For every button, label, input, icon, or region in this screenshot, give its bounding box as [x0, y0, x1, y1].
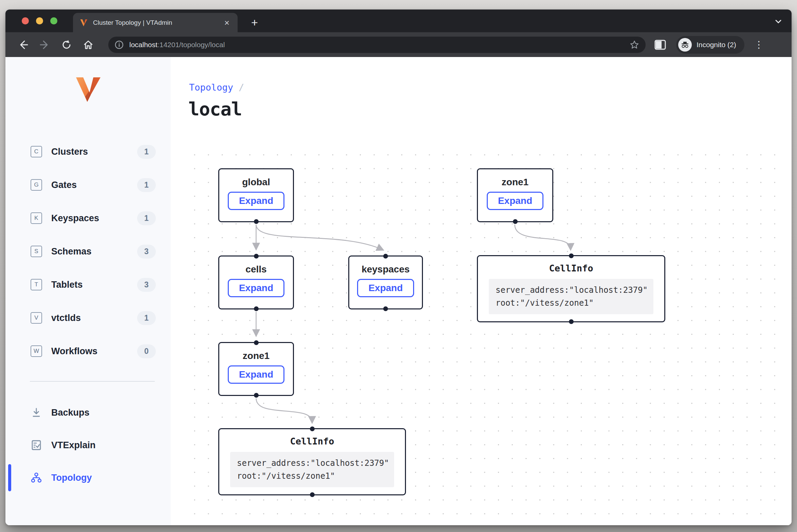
new-tab-button[interactable]: + [247, 15, 262, 30]
chevron-down-icon[interactable] [774, 17, 783, 26]
breadcrumb: Topology/ [189, 82, 244, 93]
count-badge: 1 [137, 311, 156, 325]
sidebar-item-workflows[interactable]: W Workflows 0 [5, 335, 171, 368]
node-cellinfo-zone1-child: CellInfo server_address:"localhost:2379"… [218, 428, 406, 495]
incognito-badge[interactable]: Incognito (2) [676, 36, 744, 54]
sidebar-item-keyspaces[interactable]: K Keyspaces 1 [5, 202, 171, 235]
node-title: zone1 [243, 350, 270, 361]
node-cells: cells Expand [218, 255, 294, 309]
vitess-logo [5, 76, 171, 102]
schemas-letter-icon: S [31, 246, 42, 257]
sidebar-nav-secondary: Backups VTExplain [5, 396, 171, 494]
reload-button[interactable] [60, 38, 73, 51]
count-badge: 3 [137, 278, 156, 292]
node-cellinfo-zone1: CellInfo server_address:"localhost:2379"… [477, 255, 665, 322]
count-badge: 1 [137, 145, 156, 159]
zoom-window-button[interactable] [50, 17, 57, 24]
document-check-icon [31, 439, 42, 451]
page-title: local [188, 98, 242, 120]
connection-handle [254, 219, 259, 224]
connection-handle [310, 426, 315, 431]
node-zone1: zone1 Expand [477, 168, 553, 222]
workflows-letter-icon: W [31, 345, 42, 357]
sidebar-item-gates[interactable]: G Gates 1 [5, 168, 171, 202]
count-badge: 0 [137, 344, 156, 358]
sidebar-item-schemas[interactable]: S Schemas 3 [5, 235, 171, 268]
expand-button[interactable]: Expand [487, 192, 543, 210]
tablets-letter-icon: T [31, 279, 42, 290]
tab-favicon-vitess-icon [80, 19, 88, 27]
connection-handle [383, 306, 388, 311]
node-title: CellInfo [549, 263, 593, 273]
connection-handle [254, 254, 259, 259]
topology-graph-canvas[interactable]: global Expand zone1 Expand cells Expand [184, 146, 787, 521]
gates-letter-icon: G [31, 179, 42, 191]
breadcrumb-topology-link[interactable]: Topology [189, 82, 233, 93]
sidebar-item-label: VTExplain [51, 440, 96, 451]
sidebar-item-tablets[interactable]: T Tablets 3 [5, 268, 171, 301]
window-controls [22, 17, 57, 24]
sidebar-item-label: Backups [51, 407, 90, 418]
clusters-letter-icon: C [31, 146, 42, 157]
node-title: CellInfo [290, 436, 334, 446]
main-content: Topology/ local global [171, 57, 792, 525]
tab-strip: Cluster Topology | VTAdmin × + [5, 10, 792, 32]
cellinfo-code: server_address:"localhost:2379" root:"/v… [489, 279, 653, 314]
tab-title: Cluster Topology | VTAdmin [93, 19, 223, 26]
forward-button[interactable] [38, 38, 51, 51]
sidebar-nav-primary: C Clusters 1 G Gates 1 K Keyspaces 1 S S… [5, 135, 171, 382]
browser-tab[interactable]: Cluster Topology | VTAdmin × [73, 13, 238, 32]
expand-button[interactable]: Expand [357, 279, 414, 297]
sidebar-item-vtexplain[interactable]: VTExplain [5, 429, 171, 461]
sidebar-item-label: vtctlds [51, 313, 81, 323]
sidebar-item-backups[interactable]: Backups [5, 396, 171, 429]
side-panel-icon[interactable] [654, 40, 666, 50]
incognito-icon [678, 38, 692, 52]
node-title: keyspaces [362, 264, 410, 275]
bookmark-star-icon[interactable] [629, 40, 640, 50]
sidebar-divider [30, 381, 155, 382]
incognito-label: Incognito (2) [697, 41, 736, 49]
sidebar-item-label: Topology [51, 473, 92, 483]
expand-button[interactable]: Expand [228, 192, 284, 210]
node-zone1-child: zone1 Expand [218, 342, 294, 396]
sidebar-item-vtctlds[interactable]: V vtctlds 1 [5, 301, 171, 335]
connection-handle [383, 254, 388, 259]
connection-handle [513, 219, 518, 224]
count-badge: 1 [137, 211, 156, 225]
close-tab-icon[interactable]: × [223, 18, 231, 27]
sidebar-item-label: Keyspaces [51, 213, 99, 224]
minimize-window-button[interactable] [36, 17, 43, 24]
sidebar-item-topology[interactable]: Topology [5, 461, 171, 494]
sidebar: C Clusters 1 G Gates 1 K Keyspaces 1 S S… [5, 57, 171, 525]
connection-handle [254, 306, 259, 311]
keyspaces-letter-icon: K [31, 212, 42, 224]
back-button[interactable] [17, 38, 30, 51]
connection-handle [254, 340, 259, 345]
browser-menu-icon[interactable]: ⋮ [754, 39, 764, 50]
node-title: zone1 [502, 177, 529, 188]
url-text[interactable]: localhost:14201/topology/local [129, 41, 629, 49]
sidebar-item-label: Workflows [51, 346, 97, 357]
node-global: global Expand [218, 168, 294, 222]
home-button[interactable] [82, 38, 95, 51]
node-keyspaces: keyspaces Expand [348, 255, 423, 309]
close-window-button[interactable] [22, 17, 29, 24]
count-badge: 3 [137, 245, 156, 259]
browser-toolbar: localhost:14201/topology/local I [5, 32, 792, 57]
connection-handle [569, 319, 574, 324]
count-badge: 1 [137, 178, 156, 192]
node-title: cells [245, 264, 266, 275]
connection-handle [569, 253, 574, 258]
expand-button[interactable]: Expand [228, 279, 284, 297]
node-title: global [242, 177, 270, 188]
cellinfo-code: server_address:"localhost:2379" root:"/v… [230, 452, 394, 487]
site-info-icon[interactable] [114, 40, 124, 50]
sidebar-item-label: Clusters [51, 147, 88, 157]
download-icon [31, 407, 42, 418]
breadcrumb-separator: / [239, 82, 244, 93]
sidebar-item-clusters[interactable]: C Clusters 1 [5, 135, 171, 168]
expand-button[interactable]: Expand [228, 365, 284, 384]
address-bar[interactable]: localhost:14201/topology/local [108, 37, 646, 53]
sidebar-item-label: Tablets [51, 280, 83, 290]
